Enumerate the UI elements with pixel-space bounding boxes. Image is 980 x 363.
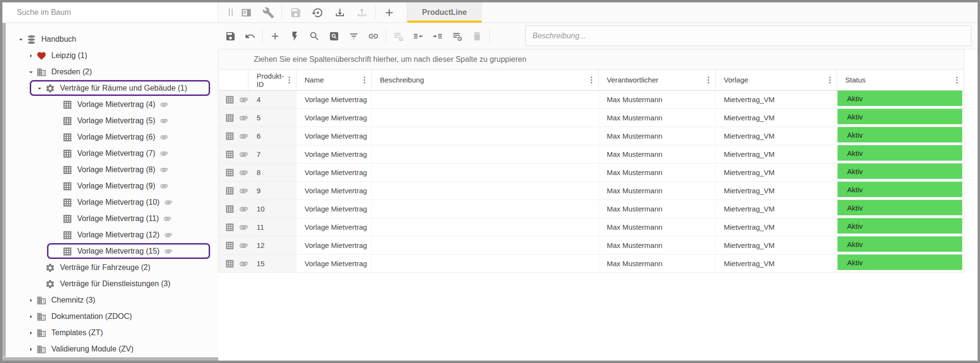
tree-vertical-scrollbar[interactable]: [2, 23, 6, 357]
panel-splitter-handle[interactable]: [229, 9, 233, 16]
table-row[interactable]: 6Vorlage MietvertragMax MustermannMietve…: [219, 127, 964, 145]
grid-icon[interactable]: [225, 95, 235, 105]
form-panel-button[interactable]: [237, 4, 255, 21]
cell-row-icons[interactable]: [219, 91, 248, 108]
tree-item[interactable]: Vorlage Mietvertrag (11): [6, 211, 218, 227]
tree-item[interactable]: Dokumentation (ZDOC): [6, 308, 218, 325]
column-header-name[interactable]: Name: [296, 70, 372, 90]
grid-icon[interactable]: [225, 168, 235, 177]
tree-item[interactable]: Chemnitz (3): [6, 292, 218, 308]
wrench-button[interactable]: [260, 4, 277, 21]
column-header-beschreibung[interactable]: Beschreibung: [372, 70, 599, 90]
cell-row-icons[interactable]: [219, 127, 248, 145]
description-input[interactable]: [525, 25, 971, 46]
table-row[interactable]: 10Vorlage MietvertragMax MustermannMietv…: [219, 200, 964, 218]
list-collapse-button[interactable]: [410, 28, 425, 44]
column-menu-icon[interactable]: [360, 75, 369, 85]
list-history-button[interactable]: [449, 28, 465, 44]
cell-row-icons[interactable]: [219, 255, 248, 272]
column-header-vorlage[interactable]: Vorlage: [716, 70, 837, 90]
tree-item[interactable]: Dresden (2): [6, 64, 218, 80]
tree-item[interactable]: Vorlage Mietvertrag (15): [6, 243, 218, 259]
cell-row-icons[interactable]: [219, 236, 248, 254]
grid-icon[interactable]: [225, 150, 235, 159]
list-expand-button[interactable]: [430, 28, 445, 44]
tree-horizontal-scrollbar[interactable]: [2, 357, 218, 361]
grid-icon[interactable]: [225, 204, 235, 214]
paperclip-icon[interactable]: [239, 131, 248, 141]
trash-button[interactable]: [469, 28, 484, 44]
tab-productline[interactable]: ProductLine: [407, 2, 482, 23]
cell-row-icons[interactable]: [219, 218, 248, 236]
tree-item[interactable]: Verträge für Räume und Gebäude (1): [6, 80, 218, 96]
paperclip-icon[interactable]: [239, 222, 248, 232]
paperclip-icon[interactable]: [239, 113, 248, 123]
tree-item[interactable]: Vorlage Mietvertrag (9): [6, 178, 218, 194]
tree-item[interactable]: Verträge für Fahrzeuge (2): [6, 259, 218, 276]
collapse-toggle-icon[interactable]: [35, 84, 44, 93]
grid-icon[interactable]: [225, 259, 235, 269]
cell-row-icons[interactable]: [219, 145, 248, 163]
restore-button[interactable]: [309, 4, 326, 21]
tree-item[interactable]: Validierung Module (ZV): [6, 341, 218, 357]
grid-icon[interactable]: [225, 186, 235, 196]
column-menu-icon[interactable]: [952, 75, 962, 85]
paperclip-icon[interactable]: [239, 204, 248, 214]
tree-item[interactable]: Handbuch: [6, 31, 218, 47]
grid-icon[interactable]: [225, 241, 235, 250]
column-header-verantwortlicher[interactable]: Verantwortlicher: [599, 70, 716, 90]
paperclip-icon[interactable]: [239, 186, 248, 196]
tree-search-input[interactable]: [2, 8, 218, 17]
paperclip-icon[interactable]: [239, 168, 248, 177]
tree-item[interactable]: Vorlage Mietvertrag (12): [6, 227, 218, 243]
tree-item[interactable]: Vorlage Mietvertrag (8): [6, 162, 218, 178]
grid-icon[interactable]: [225, 222, 235, 232]
table-row[interactable]: 7Vorlage MietvertragMax MustermannMietve…: [219, 145, 964, 164]
expand-toggle-icon[interactable]: [27, 52, 35, 60]
grid-icon[interactable]: [225, 113, 235, 123]
save-button[interactable]: [287, 4, 304, 21]
expand-toggle-icon[interactable]: [27, 296, 35, 304]
paperclip-icon[interactable]: [239, 95, 248, 105]
collapse-toggle-icon[interactable]: [17, 35, 25, 44]
paperclip-icon[interactable]: [239, 259, 248, 269]
table-row[interactable]: 12Vorlage MietvertragMax MustermannMietv…: [219, 236, 964, 255]
search-button[interactable]: [307, 28, 322, 44]
column-header-icons[interactable]: [219, 70, 248, 90]
table-row[interactable]: 4Vorlage MietvertragMax MustermannMietve…: [219, 91, 964, 109]
expand-toggle-icon[interactable]: [27, 345, 35, 353]
paperclip-icon[interactable]: [239, 150, 248, 159]
cell-row-icons[interactable]: [219, 109, 248, 127]
grid-icon[interactable]: [225, 131, 235, 141]
plus-button[interactable]: [267, 28, 283, 44]
column-menu-icon[interactable]: [587, 75, 596, 85]
tree-item[interactable]: Vorlage Mietvertrag (4): [6, 96, 218, 113]
search-box-button[interactable]: [326, 28, 342, 44]
save-button[interactable]: [223, 28, 238, 44]
column-menu-icon[interactable]: [704, 75, 713, 85]
tree-item[interactable]: Leipzig (1): [6, 47, 218, 64]
collapse-toggle-icon[interactable]: [27, 68, 35, 76]
table-row[interactable]: 15Vorlage MietvertragMax MustermannMietv…: [219, 255, 964, 273]
column-menu-icon[interactable]: [284, 75, 294, 85]
table-row[interactable]: 5Vorlage MietvertragMax MustermannMietve…: [219, 109, 964, 127]
tree-item[interactable]: Vorlage Mietvertrag (10): [6, 194, 218, 211]
table-row[interactable]: 9Vorlage MietvertragMax MustermannMietve…: [219, 182, 964, 200]
plus-button[interactable]: [380, 4, 398, 21]
table-row[interactable]: 11Vorlage MietvertragMax MustermannMietv…: [219, 218, 964, 236]
filter-button[interactable]: [346, 28, 361, 44]
column-header-status[interactable]: Status: [837, 70, 964, 90]
table-row[interactable]: 8Vorlage MietvertragMax MustermannMietve…: [219, 164, 964, 182]
bolt-button[interactable]: [287, 28, 302, 44]
undo-button[interactable]: [242, 28, 258, 44]
cell-row-icons[interactable]: [219, 164, 248, 181]
tree-item[interactable]: Vorlage Mietvertrag (6): [6, 129, 218, 145]
tree-item[interactable]: Verträge für Dienstleistungen (3): [6, 276, 218, 292]
column-header-id[interactable]: Produkt-ID: [248, 70, 296, 90]
tree-item[interactable]: Vorlage Mietvertrag (5): [6, 113, 218, 129]
tree-item[interactable]: Vorlage Mietvertrag (7): [6, 145, 218, 162]
upload-button[interactable]: [353, 4, 370, 21]
tree-item[interactable]: Templates (ZT): [6, 325, 218, 341]
download-button[interactable]: [331, 4, 348, 21]
paperclip-icon[interactable]: [239, 241, 248, 250]
